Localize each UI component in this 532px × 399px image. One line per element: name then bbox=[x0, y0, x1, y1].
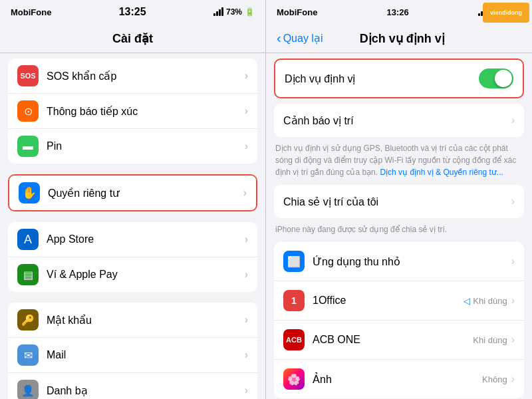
back-chevron-icon: ‹ bbox=[277, 31, 281, 46]
battery-icon: ▬ bbox=[17, 136, 39, 157]
mail-icon: ✉ bbox=[17, 344, 39, 366]
privacy-label: Quyền riêng tư bbox=[48, 187, 243, 200]
contact-notify-label: Thông báo tiếp xúc bbox=[47, 105, 245, 118]
chia-se-label: Chia sẻ vị trí của tôi bbox=[283, 196, 511, 208]
app-icon-2: ACB bbox=[283, 329, 305, 350]
passwords-chevron: › bbox=[245, 314, 248, 326]
canh-bao-section: Cảnh báo vị trí › bbox=[274, 104, 524, 137]
app-icon-0: ⬜ bbox=[283, 251, 305, 272]
canh-bao-chevron: › bbox=[511, 114, 515, 126]
settings-group-4: 🔑 Mật khẩu › ✉ Mail › 👤 Danh bạ › bbox=[8, 303, 257, 399]
sos-icon: SOS bbox=[17, 65, 39, 86]
appstore-chevron: › bbox=[245, 233, 248, 245]
app-chevron-0: › bbox=[511, 255, 515, 267]
wallet-chevron: › bbox=[245, 269, 248, 281]
sos-chevron: › bbox=[245, 70, 248, 82]
chia-se-desc-text: iPhone này đang được sử dụng để chia sẻ … bbox=[275, 225, 447, 234]
canh-bao-row[interactable]: Cảnh báo vị trí › bbox=[274, 104, 524, 137]
settings-group-3: A App Store › ▤ Ví & Apple Pay › bbox=[8, 222, 257, 292]
left-panel: MobiFone 13:25 73% 🔋 Cài đặt SOS SOS khẩ… bbox=[0, 0, 266, 399]
right-content: Dịch vụ định vị Cảnh báo vị trí › Dịch v… bbox=[266, 53, 532, 399]
appstore-icon: A bbox=[17, 229, 39, 250]
settings-item-passwords[interactable]: 🔑 Mật khẩu › bbox=[8, 303, 257, 338]
app-chevron-1: › bbox=[511, 295, 515, 307]
battery-label: Pin bbox=[47, 140, 245, 152]
app-chevron-2: › bbox=[511, 334, 515, 346]
location-service-section: Dịch vụ định vị bbox=[274, 59, 524, 98]
app-row-3[interactable]: 🌸 Ảnh Không › bbox=[274, 360, 524, 398]
left-settings-list: SOS SOS khẩn cấp › ⊙ Thông báo tiếp xúc … bbox=[0, 53, 265, 399]
app-label-1: 1Office bbox=[313, 295, 464, 307]
location-description: Dịch vụ định vị sử dụng GPS, Bluetooth v… bbox=[275, 142, 523, 178]
privacy-icon: ✋ bbox=[19, 182, 40, 203]
toggle-knob bbox=[495, 70, 512, 87]
chia-se-description: iPhone này đang được sử dụng để chia sẻ … bbox=[275, 223, 523, 235]
mail-chevron: › bbox=[245, 349, 248, 361]
left-status-bar: MobiFone 13:25 73% 🔋 bbox=[0, 0, 265, 24]
app-row-1[interactable]: 1 1Office ◁ Khi dùng › bbox=[274, 281, 524, 321]
settings-item-mail[interactable]: ✉ Mail › bbox=[8, 338, 257, 373]
settings-item-battery[interactable]: ▬ Pin › bbox=[8, 129, 257, 164]
left-battery: 73% bbox=[226, 7, 242, 17]
chia-se-row[interactable]: Chia sẻ vị trí của tôi › bbox=[274, 185, 524, 218]
settings-item-appstore[interactable]: A App Store › bbox=[8, 222, 257, 257]
left-status-icons: 73% 🔋 bbox=[213, 7, 255, 17]
wallet-icon: ▤ bbox=[17, 264, 39, 285]
contact-notify-chevron: › bbox=[245, 105, 248, 117]
app-row-0[interactable]: ⬜ Ứng dụng thu nhỏ › bbox=[274, 242, 524, 281]
app-chevron-3: › bbox=[511, 373, 515, 385]
location-service-toggle[interactable] bbox=[479, 68, 513, 88]
app-row-2[interactable]: ACB ACB ONE Khi dùng › bbox=[274, 321, 524, 360]
battery-chevron: › bbox=[245, 140, 248, 152]
app-label-0: Ứng dụng thu nhỏ bbox=[313, 255, 511, 268]
settings-group-privacy: ✋ Quyền riêng tư › bbox=[8, 174, 257, 211]
contacts-label: Danh bạ bbox=[47, 384, 245, 397]
contacts-chevron: › bbox=[245, 384, 248, 396]
right-carrier: MobiFone bbox=[277, 7, 317, 17]
settings-item-sos[interactable]: SOS SOS khẩn cấp › bbox=[8, 59, 257, 94]
apps-section: ⬜ Ứng dụng thu nhỏ › 1 1Office ◁ Khi dùn… bbox=[274, 242, 524, 398]
app-status-1: Khi dùng bbox=[473, 296, 507, 306]
appstore-label: App Store bbox=[47, 233, 245, 245]
settings-group-1: SOS SOS khẩn cấp › ⊙ Thông báo tiếp xúc … bbox=[8, 59, 257, 164]
settings-item-privacy[interactable]: ✋ Quyền riêng tư › bbox=[9, 176, 256, 210]
canh-bao-label: Cảnh báo vị trí bbox=[283, 114, 511, 127]
app-label-2: ACB ONE bbox=[313, 334, 473, 346]
left-time: 13:25 bbox=[119, 6, 146, 18]
left-battery-icon: 🔋 bbox=[245, 7, 255, 17]
app-status-3: Không bbox=[482, 374, 507, 384]
settings-item-contacts[interactable]: 👤 Danh bạ › bbox=[8, 373, 257, 399]
location-service-label: Dịch vụ định vị bbox=[285, 72, 479, 85]
wallet-label: Ví & Apple Pay bbox=[47, 269, 245, 281]
brand-name: viendidong bbox=[490, 9, 522, 16]
mail-label: Mail bbox=[47, 349, 245, 361]
app-icon-1: 1 bbox=[283, 290, 305, 311]
sos-label: SOS khẩn cấp bbox=[47, 70, 245, 82]
contact-notify-icon: ⊙ bbox=[17, 100, 39, 122]
description-link[interactable]: Dịch vụ định vị & Quyền riêng tư... bbox=[380, 168, 503, 177]
left-signal-icon bbox=[213, 8, 223, 16]
settings-item-contact-notify[interactable]: ⊙ Thông báo tiếp xúc › bbox=[8, 94, 257, 129]
location-service-row[interactable]: Dịch vụ định vị bbox=[275, 60, 523, 97]
right-panel: viendidong MobiFone 13:26 73% 🔋 ‹ Quay l… bbox=[266, 0, 532, 399]
right-title: Dịch vụ định vị bbox=[323, 31, 481, 46]
brand-logo: viendidong bbox=[483, 3, 529, 23]
contacts-icon: 👤 bbox=[17, 380, 39, 399]
left-carrier: MobiFone bbox=[11, 7, 51, 17]
settings-item-wallet[interactable]: ▤ Ví & Apple Pay › bbox=[8, 257, 257, 292]
left-nav-header: Cài đặt bbox=[0, 24, 265, 53]
app-location-icon-1: ◁ bbox=[464, 296, 470, 306]
chia-se-section: Chia sẻ vị trí của tôi › bbox=[274, 185, 524, 218]
passwords-label: Mật khẩu bbox=[47, 314, 245, 327]
right-nav-header: ‹ Quay lại Dịch vụ định vị bbox=[266, 24, 532, 53]
left-title: Cài đặt bbox=[112, 31, 153, 46]
right-time: 13:26 bbox=[387, 7, 409, 17]
app-icon-3: 🌸 bbox=[283, 368, 305, 390]
passwords-icon: 🔑 bbox=[17, 309, 39, 331]
chia-se-chevron: › bbox=[511, 196, 515, 207]
app-status-2: Khi dùng bbox=[473, 335, 507, 345]
privacy-chevron: › bbox=[243, 187, 247, 199]
back-label: Quay lại bbox=[283, 32, 323, 45]
app-label-3: Ảnh bbox=[313, 373, 482, 386]
back-button[interactable]: ‹ Quay lại bbox=[277, 31, 323, 46]
